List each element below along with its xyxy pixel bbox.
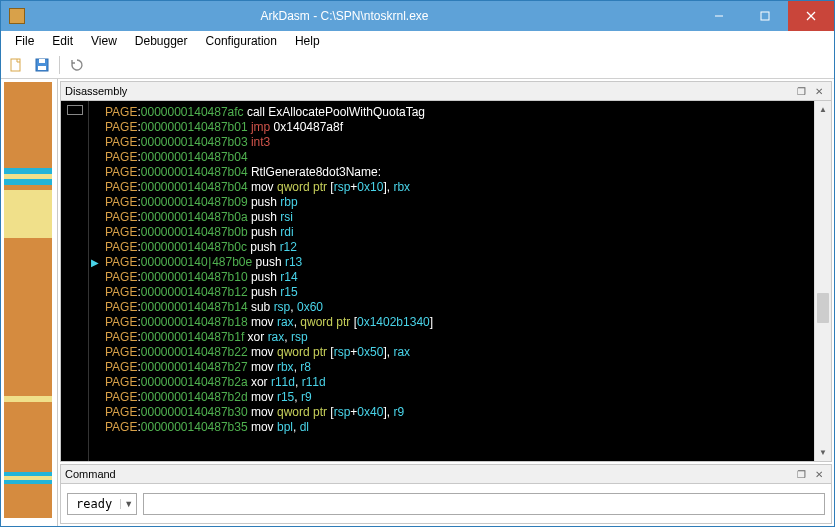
app-icon xyxy=(9,8,25,24)
refresh-button[interactable] xyxy=(66,54,88,76)
close-button[interactable] xyxy=(788,1,834,31)
scroll-down-icon[interactable]: ▼ xyxy=(815,444,831,461)
dock-close-icon[interactable]: ✕ xyxy=(811,467,827,481)
map-segment[interactable] xyxy=(4,82,52,168)
map-segment[interactable] xyxy=(4,484,52,518)
svg-rect-6 xyxy=(39,59,45,63)
command-title: Command xyxy=(65,468,791,480)
menu-help[interactable]: Help xyxy=(287,32,328,50)
map-segment[interactable] xyxy=(4,238,52,396)
menu-debugger[interactable]: Debugger xyxy=(127,32,196,50)
new-button[interactable] xyxy=(5,54,27,76)
code-line[interactable]: PAGE:0000000140487b1f xor rax, rsp xyxy=(105,330,814,345)
code-line[interactable]: PAGE:0000000140487b04 mov qword ptr [rsp… xyxy=(105,180,814,195)
disassembly-panel: ▶ PAGE:0000000140487afc call ExAllocateP… xyxy=(60,101,832,462)
code-line[interactable]: PAGE:0000000140487b0b push rdi xyxy=(105,225,814,240)
code-line[interactable]: PAGE:0000000140487b12 push r15 xyxy=(105,285,814,300)
overview-ruler[interactable] xyxy=(61,101,89,461)
code-line[interactable]: PAGE:0000000140487b2a xor r11d, r11d xyxy=(105,375,814,390)
code-line[interactable]: PAGE:0000000140487b04 xyxy=(105,150,814,165)
code-line[interactable]: PAGE:0000000140487b2d mov r15, r9 xyxy=(105,390,814,405)
code-line[interactable]: PAGE:0000000140487b03 int3 xyxy=(105,135,814,150)
dock-float-icon[interactable]: ❐ xyxy=(793,467,809,481)
titlebar[interactable]: ArkDasm - C:\SPN\ntoskrnl.exe xyxy=(1,1,834,31)
code-line[interactable]: PAGE:0000000140487b0a push rsi xyxy=(105,210,814,225)
instruction-pointer-icon: ▶ xyxy=(91,257,99,268)
dock-float-icon[interactable]: ❐ xyxy=(793,84,809,98)
code-line[interactable]: PAGE:0000000140487b0c push r12 xyxy=(105,240,814,255)
code-line[interactable]: PAGE:0000000140487b09 push rbp xyxy=(105,195,814,210)
menu-file[interactable]: File xyxy=(7,32,42,50)
toolbar-divider xyxy=(59,56,60,74)
menu-view[interactable]: View xyxy=(83,32,125,50)
svg-rect-4 xyxy=(11,59,20,71)
code-line[interactable]: PAGE:0000000140487b04 RtlGenerate8dot3Na… xyxy=(105,165,814,180)
scroll-thumb[interactable] xyxy=(817,293,829,323)
menubar: File Edit View Debugger Configuration He… xyxy=(1,31,834,51)
toolbar xyxy=(1,51,834,79)
chevron-down-icon[interactable]: ▼ xyxy=(120,499,136,509)
vertical-scrollbar[interactable]: ▲ ▼ xyxy=(814,101,831,461)
code-line[interactable]: PAGE:0000000140 | 487b0e push r13 xyxy=(105,255,814,270)
code-line[interactable]: PAGE:0000000140487b27 mov rbx, r8 xyxy=(105,360,814,375)
command-state-combo[interactable]: ready ▼ xyxy=(67,493,137,515)
svg-rect-7 xyxy=(38,66,46,70)
code-line[interactable]: PAGE:0000000140487b10 push r14 xyxy=(105,270,814,285)
window-title: ArkDasm - C:\SPN\ntoskrnl.exe xyxy=(33,9,696,23)
code-view[interactable]: PAGE:0000000140487afc call ExAllocatePoo… xyxy=(105,101,814,461)
menu-edit[interactable]: Edit xyxy=(44,32,81,50)
command-input[interactable] xyxy=(143,493,825,515)
code-line[interactable]: PAGE:0000000140487b01 jmp 0x140487a8f xyxy=(105,120,814,135)
code-line[interactable]: PAGE:0000000140487b22 mov qword ptr [rsp… xyxy=(105,345,814,360)
code-line[interactable]: PAGE:0000000140487b18 mov rax, qword ptr… xyxy=(105,315,814,330)
minimize-button[interactable] xyxy=(696,1,742,31)
gutter[interactable]: ▶ xyxy=(89,101,105,461)
map-segment[interactable] xyxy=(4,402,52,472)
code-line[interactable]: PAGE:0000000140487b30 mov qword ptr [rsp… xyxy=(105,405,814,420)
dock-close-icon[interactable]: ✕ xyxy=(811,84,827,98)
command-header[interactable]: Command ❐ ✕ xyxy=(60,464,832,484)
svg-rect-1 xyxy=(761,12,769,20)
code-line[interactable]: PAGE:0000000140487afc call ExAllocatePoo… xyxy=(105,105,814,120)
command-panel: Command ❐ ✕ ready ▼ xyxy=(60,464,832,524)
map-segment[interactable] xyxy=(4,190,52,238)
maximize-button[interactable] xyxy=(742,1,788,31)
code-line[interactable]: PAGE:0000000140487b14 sub rsp, 0x60 xyxy=(105,300,814,315)
disassembly-header[interactable]: Disassembly ❐ ✕ xyxy=(60,81,832,101)
memory-map-bar[interactable] xyxy=(1,79,58,526)
menu-configuration[interactable]: Configuration xyxy=(198,32,285,50)
scroll-up-icon[interactable]: ▲ xyxy=(815,101,831,118)
disassembly-title: Disassembly xyxy=(65,85,791,97)
command-state-label: ready xyxy=(68,497,120,511)
code-line[interactable]: PAGE:0000000140487b35 mov bpl, dl xyxy=(105,420,814,435)
save-button[interactable] xyxy=(31,54,53,76)
